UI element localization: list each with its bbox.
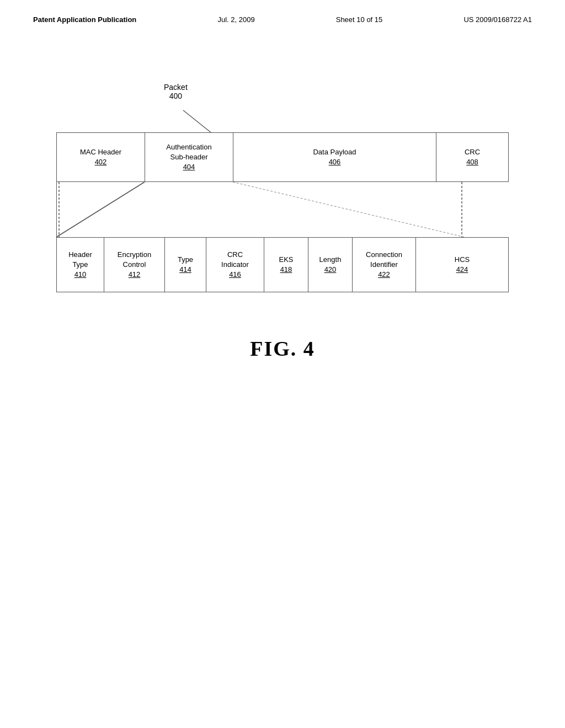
box-crc: CRC 408 [436,133,508,181]
auth-num: 404 [183,162,195,172]
box-crc-indicator: CRCIndicator 416 [206,238,264,292]
crc-num: 408 [466,157,478,167]
patent-number: US 2009/0168722 A1 [463,15,532,24]
box-data-payload: Data Payload 406 [233,133,436,181]
box-encryption-control: EncryptionControl 412 [104,238,164,292]
auth-label: AuthenticationSub-header [166,142,211,162]
eks-num: 418 [280,265,292,275]
crc-label: CRC [465,147,480,157]
connector-area [56,182,509,237]
packet-connector-svg [56,83,509,132]
main-content: Packet 400 MAC Header 402 Authentication… [0,55,565,728]
figure-label: FIG. 4 [250,336,315,361]
box-type: Type 414 [164,238,206,292]
box-length: Length 420 [308,238,352,292]
type-label: Type [178,255,193,265]
box-mac-header: MAC Header 402 [57,133,145,181]
encryption-label: EncryptionControl [118,250,151,270]
mac-header-num: 402 [95,157,107,167]
data-label: Data Payload [313,147,356,157]
page-header: Patent Application Publication Jul. 2, 2… [0,0,565,24]
svg-line-6 [56,182,145,237]
data-num: 406 [329,157,341,167]
svg-line-0 [183,110,211,132]
top-row: MAC Header 402 AuthenticationSub-header … [56,132,509,182]
box-hcs: HCS 424 [415,238,508,292]
box-auth-subheader: AuthenticationSub-header 404 [145,133,233,181]
box-eks: EKS 418 [264,238,308,292]
header-type-num: 410 [74,270,87,280]
mac-header-label: MAC Header [80,147,121,157]
box-header-type: HeaderType 410 [57,238,104,292]
hcs-num: 424 [456,265,468,275]
publication-title: Patent Application Publication [33,15,136,24]
length-label: Length [319,255,342,265]
sheet-info: Sheet 10 of 15 [336,15,383,24]
eks-label: EKS [279,255,293,265]
box-connection-identifier: ConnectionIdentifier 422 [352,238,415,292]
encryption-num: 412 [129,270,141,280]
diagram: Packet 400 MAC Header 402 Authentication… [56,132,509,292]
connection-label: ConnectionIdentifier [366,250,402,270]
type-num: 414 [179,265,191,275]
svg-line-7 [233,182,465,237]
crc-indicator-num: 416 [229,270,241,280]
header-type-label: HeaderType [68,250,92,270]
connection-num: 422 [378,270,390,280]
length-num: 420 [324,265,337,275]
bottom-row: HeaderType 410 EncryptionControl 412 Typ… [56,237,509,292]
crc-indicator-label: CRCIndicator [221,250,249,270]
pub-date: Jul. 2, 2009 [217,15,254,24]
diagonal-lines-svg [56,182,509,237]
hcs-label: HCS [455,255,470,265]
